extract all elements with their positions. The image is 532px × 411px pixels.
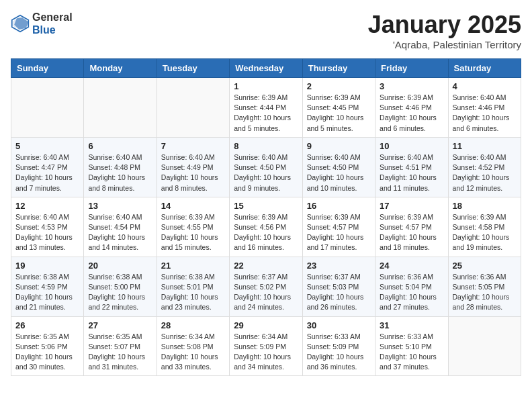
day-info: Sunrise: 6:33 AM Sunset: 5:09 PM Dayligh… bbox=[307, 332, 371, 373]
calendar-cell: 19Sunrise: 6:38 AM Sunset: 4:59 PM Dayli… bbox=[11, 257, 84, 316]
day-number: 2 bbox=[307, 81, 371, 91]
day-number: 6 bbox=[88, 141, 152, 151]
day-info: Sunrise: 6:40 AM Sunset: 4:54 PM Dayligh… bbox=[88, 212, 152, 253]
calendar-cell: 26Sunrise: 6:35 AM Sunset: 5:06 PM Dayli… bbox=[11, 316, 84, 376]
calendar-cell: 17Sunrise: 6:39 AM Sunset: 4:57 PM Dayli… bbox=[375, 197, 448, 257]
location-subtitle: 'Aqraba, Palestinian Territory bbox=[368, 39, 521, 50]
day-number: 29 bbox=[234, 320, 298, 330]
calendar-header-sunday: Sunday bbox=[11, 59, 84, 78]
calendar-cell: 21Sunrise: 6:38 AM Sunset: 5:01 PM Dayli… bbox=[157, 257, 229, 316]
day-number: 11 bbox=[453, 141, 517, 151]
logo-general-text: General bbox=[32, 11, 73, 24]
day-number: 25 bbox=[453, 261, 517, 271]
calendar-cell bbox=[11, 78, 84, 138]
day-number: 27 bbox=[88, 320, 152, 330]
calendar-cell bbox=[84, 78, 157, 138]
day-info: Sunrise: 6:38 AM Sunset: 5:01 PM Dayligh… bbox=[161, 272, 225, 313]
calendar-week-3: 12Sunrise: 6:40 AM Sunset: 4:53 PM Dayli… bbox=[11, 197, 521, 257]
day-number: 19 bbox=[15, 261, 79, 271]
day-number: 5 bbox=[15, 141, 79, 151]
calendar-week-1: 1Sunrise: 6:39 AM Sunset: 4:44 PM Daylig… bbox=[11, 78, 521, 138]
day-info: Sunrise: 6:39 AM Sunset: 4:57 PM Dayligh… bbox=[307, 212, 371, 253]
day-info: Sunrise: 6:40 AM Sunset: 4:49 PM Dayligh… bbox=[161, 152, 225, 193]
day-info: Sunrise: 6:40 AM Sunset: 4:48 PM Dayligh… bbox=[88, 152, 152, 193]
calendar-cell: 15Sunrise: 6:39 AM Sunset: 4:56 PM Dayli… bbox=[230, 197, 302, 257]
day-info: Sunrise: 6:39 AM Sunset: 4:56 PM Dayligh… bbox=[234, 212, 298, 253]
day-info: Sunrise: 6:40 AM Sunset: 4:52 PM Dayligh… bbox=[453, 152, 517, 193]
calendar-cell: 6Sunrise: 6:40 AM Sunset: 4:48 PM Daylig… bbox=[84, 137, 157, 197]
calendar-header-row: SundayMondayTuesdayWednesdayThursdayFrid… bbox=[11, 59, 521, 78]
logo-blue-text: Blue bbox=[32, 24, 73, 36]
day-info: Sunrise: 6:39 AM Sunset: 4:55 PM Dayligh… bbox=[161, 212, 225, 253]
calendar-cell: 23Sunrise: 6:37 AM Sunset: 5:03 PM Dayli… bbox=[302, 257, 375, 316]
day-number: 1 bbox=[234, 81, 298, 91]
day-info: Sunrise: 6:35 AM Sunset: 5:07 PM Dayligh… bbox=[88, 332, 152, 373]
calendar-cell: 14Sunrise: 6:39 AM Sunset: 4:55 PM Dayli… bbox=[157, 197, 229, 257]
day-number: 31 bbox=[380, 320, 443, 330]
day-info: Sunrise: 6:37 AM Sunset: 5:02 PM Dayligh… bbox=[234, 272, 298, 313]
calendar-cell: 4Sunrise: 6:40 AM Sunset: 4:46 PM Daylig… bbox=[448, 78, 521, 138]
calendar-cell: 31Sunrise: 6:33 AM Sunset: 5:10 PM Dayli… bbox=[375, 316, 448, 376]
calendar-cell: 27Sunrise: 6:35 AM Sunset: 5:07 PM Dayli… bbox=[84, 316, 157, 376]
day-info: Sunrise: 6:36 AM Sunset: 5:04 PM Dayligh… bbox=[380, 272, 443, 313]
day-info: Sunrise: 6:34 AM Sunset: 5:09 PM Dayligh… bbox=[234, 332, 298, 373]
day-info: Sunrise: 6:39 AM Sunset: 4:45 PM Dayligh… bbox=[307, 93, 371, 134]
day-number: 15 bbox=[234, 201, 298, 211]
calendar-cell: 3Sunrise: 6:39 AM Sunset: 4:46 PM Daylig… bbox=[375, 78, 448, 138]
calendar-cell: 18Sunrise: 6:39 AM Sunset: 4:58 PM Dayli… bbox=[448, 197, 521, 257]
day-number: 18 bbox=[453, 201, 517, 211]
day-number: 20 bbox=[88, 261, 152, 271]
calendar-week-5: 26Sunrise: 6:35 AM Sunset: 5:06 PM Dayli… bbox=[11, 316, 521, 376]
day-info: Sunrise: 6:40 AM Sunset: 4:51 PM Dayligh… bbox=[380, 152, 443, 193]
day-info: Sunrise: 6:35 AM Sunset: 5:06 PM Dayligh… bbox=[15, 332, 79, 373]
logo-icon bbox=[11, 14, 30, 33]
day-info: Sunrise: 6:33 AM Sunset: 5:10 PM Dayligh… bbox=[380, 332, 443, 373]
day-number: 8 bbox=[234, 141, 298, 151]
day-info: Sunrise: 6:39 AM Sunset: 4:57 PM Dayligh… bbox=[380, 212, 443, 253]
calendar-header-tuesday: Tuesday bbox=[157, 59, 229, 78]
calendar-cell: 22Sunrise: 6:37 AM Sunset: 5:02 PM Dayli… bbox=[230, 257, 302, 316]
logo-text: General Blue bbox=[32, 11, 73, 36]
calendar-cell: 16Sunrise: 6:39 AM Sunset: 4:57 PM Dayli… bbox=[302, 197, 375, 257]
day-info: Sunrise: 6:40 AM Sunset: 4:46 PM Dayligh… bbox=[453, 93, 517, 134]
calendar-cell: 20Sunrise: 6:38 AM Sunset: 5:00 PM Dayli… bbox=[84, 257, 157, 316]
calendar-header-wednesday: Wednesday bbox=[230, 59, 302, 78]
day-number: 9 bbox=[307, 141, 371, 151]
title-section: January 2025 'Aqraba, Palestinian Territ… bbox=[368, 11, 521, 50]
day-number: 22 bbox=[234, 261, 298, 271]
calendar-week-2: 5Sunrise: 6:40 AM Sunset: 4:47 PM Daylig… bbox=[11, 137, 521, 197]
day-info: Sunrise: 6:39 AM Sunset: 4:46 PM Dayligh… bbox=[380, 93, 443, 134]
day-number: 13 bbox=[88, 201, 152, 211]
day-info: Sunrise: 6:39 AM Sunset: 4:44 PM Dayligh… bbox=[234, 93, 298, 134]
day-number: 21 bbox=[161, 261, 225, 271]
calendar-cell: 13Sunrise: 6:40 AM Sunset: 4:54 PM Dayli… bbox=[84, 197, 157, 257]
day-info: Sunrise: 6:36 AM Sunset: 5:05 PM Dayligh… bbox=[453, 272, 517, 313]
calendar-cell: 8Sunrise: 6:40 AM Sunset: 4:50 PM Daylig… bbox=[230, 137, 302, 197]
day-number: 10 bbox=[380, 141, 443, 151]
day-number: 4 bbox=[453, 81, 517, 91]
day-number: 17 bbox=[380, 201, 443, 211]
day-info: Sunrise: 6:37 AM Sunset: 5:03 PM Dayligh… bbox=[307, 272, 371, 313]
calendar-cell: 2Sunrise: 6:39 AM Sunset: 4:45 PM Daylig… bbox=[302, 78, 375, 138]
day-number: 28 bbox=[161, 320, 225, 330]
calendar-header-thursday: Thursday bbox=[302, 59, 375, 78]
calendar-cell: 10Sunrise: 6:40 AM Sunset: 4:51 PM Dayli… bbox=[375, 137, 448, 197]
day-number: 23 bbox=[307, 261, 371, 271]
day-info: Sunrise: 6:40 AM Sunset: 4:50 PM Dayligh… bbox=[307, 152, 371, 193]
day-number: 3 bbox=[380, 81, 443, 91]
calendar-cell: 9Sunrise: 6:40 AM Sunset: 4:50 PM Daylig… bbox=[302, 137, 375, 197]
calendar-cell: 30Sunrise: 6:33 AM Sunset: 5:09 PM Dayli… bbox=[302, 316, 375, 376]
day-info: Sunrise: 6:38 AM Sunset: 5:00 PM Dayligh… bbox=[88, 272, 152, 313]
calendar-header-friday: Friday bbox=[375, 59, 448, 78]
day-number: 30 bbox=[307, 320, 371, 330]
month-year-title: January 2025 bbox=[368, 11, 521, 39]
calendar-cell bbox=[157, 78, 229, 138]
calendar-cell: 1Sunrise: 6:39 AM Sunset: 4:44 PM Daylig… bbox=[230, 78, 302, 138]
day-info: Sunrise: 6:34 AM Sunset: 5:08 PM Dayligh… bbox=[161, 332, 225, 373]
logo: General Blue bbox=[11, 11, 73, 36]
calendar-cell: 11Sunrise: 6:40 AM Sunset: 4:52 PM Dayli… bbox=[448, 137, 521, 197]
day-info: Sunrise: 6:38 AM Sunset: 4:59 PM Dayligh… bbox=[15, 272, 79, 313]
calendar-cell: 25Sunrise: 6:36 AM Sunset: 5:05 PM Dayli… bbox=[448, 257, 521, 316]
calendar-cell: 12Sunrise: 6:40 AM Sunset: 4:53 PM Dayli… bbox=[11, 197, 84, 257]
day-number: 26 bbox=[15, 320, 79, 330]
